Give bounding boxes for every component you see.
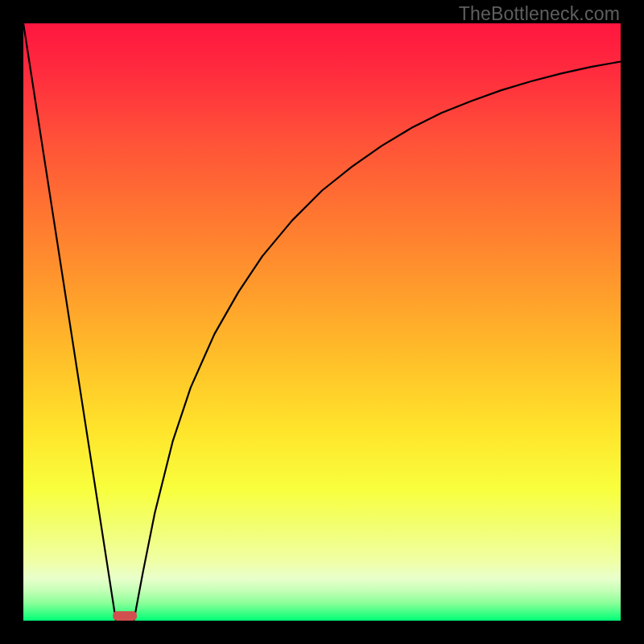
curve-left <box>23 23 116 621</box>
chart-frame: TheBottleneck.com <box>0 0 644 644</box>
curve-right <box>134 61 621 621</box>
plot-area <box>23 23 621 621</box>
bottleneck-marker <box>113 611 137 621</box>
watermark-label: TheBottleneck.com <box>459 3 620 25</box>
curve-group <box>23 23 621 621</box>
chart-svg <box>23 23 621 621</box>
